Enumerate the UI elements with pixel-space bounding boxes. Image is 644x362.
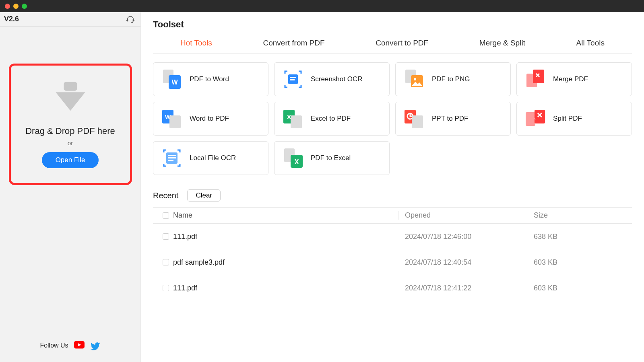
tool-label: Local File OCR bbox=[190, 154, 236, 162]
tool-excel-to-pdf[interactable]: X Excel to PDF bbox=[274, 102, 390, 136]
main-panel: Toolset Hot Tools Convert from PDF Conve… bbox=[141, 12, 644, 362]
row-opened: 2024/07/18 12:46:00 bbox=[398, 232, 527, 241]
recent-row[interactable]: 111.pdf 2024/07/18 12:41:22 603 KB bbox=[153, 275, 632, 301]
svg-rect-25 bbox=[535, 110, 545, 123]
traffic-lights bbox=[5, 4, 27, 9]
window-zoom-icon[interactable] bbox=[22, 4, 27, 9]
row-opened: 2024/07/18 12:41:22 bbox=[398, 284, 527, 292]
toolset-tabs: Hot Tools Convert from PDF Convert to PD… bbox=[153, 35, 632, 53]
row-checkbox[interactable] bbox=[163, 259, 169, 265]
recent-title: Recent bbox=[153, 191, 178, 200]
tool-label: Screenshot OCR bbox=[311, 75, 363, 83]
svg-rect-20 bbox=[291, 115, 302, 128]
follow-us: Follow Us bbox=[40, 341, 100, 350]
tool-screenshot-ocr[interactable]: Screenshot OCR bbox=[274, 62, 390, 96]
row-checkbox[interactable] bbox=[163, 233, 169, 240]
select-all-checkbox[interactable] bbox=[163, 212, 169, 219]
row-opened: 2024/07/18 12:40:54 bbox=[398, 258, 527, 267]
recent-table: Name Opened Size 111.pdf 2024/07/18 12:4… bbox=[153, 207, 632, 301]
svg-rect-17 bbox=[169, 115, 181, 128]
tool-label: PDF to Word bbox=[190, 75, 229, 83]
page-title: Toolset bbox=[153, 19, 632, 30]
ppt-pdf-icon bbox=[403, 107, 425, 130]
tool-label: PDF to Excel bbox=[311, 154, 351, 162]
tool-label: Split PDF bbox=[553, 115, 582, 123]
clear-recent-button[interactable]: Clear bbox=[187, 189, 221, 202]
split-pdf-icon bbox=[524, 107, 547, 130]
row-size: 603 KB bbox=[527, 258, 632, 267]
follow-us-label: Follow Us bbox=[40, 342, 68, 349]
tool-pdf-to-excel[interactable]: X PDF to Excel bbox=[274, 141, 390, 175]
tool-label: PPT to PDF bbox=[432, 115, 468, 123]
svg-point-12 bbox=[414, 78, 416, 80]
tab-merge-split[interactable]: Merge & Split bbox=[476, 35, 528, 53]
sidebar: V2.6 Drag & Drop PDF here bbox=[0, 12, 141, 362]
svg-rect-28 bbox=[168, 157, 176, 158]
svg-rect-23 bbox=[412, 115, 423, 128]
window-titlebar bbox=[0, 0, 644, 12]
tool-word-to-pdf[interactable]: W Word to PDF bbox=[153, 102, 268, 136]
tool-grid: W PDF to Word Screenshot OCR bbox=[153, 62, 632, 175]
excel-pdf-icon: X bbox=[282, 107, 304, 130]
svg-text:W: W bbox=[171, 79, 178, 86]
tool-pdf-to-word[interactable]: W PDF to Word bbox=[153, 62, 268, 96]
row-name: 111.pdf bbox=[173, 284, 398, 292]
col-size: Size bbox=[527, 211, 632, 220]
support-headset-icon[interactable] bbox=[126, 15, 135, 24]
tool-label: Word to PDF bbox=[190, 115, 229, 123]
recent-table-header: Name Opened Size bbox=[153, 208, 632, 224]
svg-rect-27 bbox=[168, 155, 176, 156]
row-size: 603 KB bbox=[527, 284, 632, 292]
screenshot-ocr-icon bbox=[282, 68, 304, 90]
window-minimize-icon[interactable] bbox=[13, 4, 19, 9]
tool-ppt-to-pdf[interactable]: PPT to PDF bbox=[395, 102, 511, 136]
svg-rect-29 bbox=[168, 160, 173, 161]
svg-text:X: X bbox=[295, 158, 299, 165]
row-checkbox[interactable] bbox=[163, 285, 169, 291]
word-pdf-icon: W bbox=[161, 107, 183, 130]
tool-split-pdf[interactable]: Split PDF bbox=[516, 102, 632, 136]
tab-convert-from-pdf[interactable]: Convert from PDF bbox=[260, 35, 328, 53]
pdf-png-icon bbox=[403, 68, 425, 90]
youtube-icon[interactable] bbox=[74, 341, 85, 350]
twitter-icon[interactable] bbox=[90, 341, 101, 350]
open-file-button[interactable]: Open File bbox=[42, 152, 99, 168]
tab-all-tools[interactable]: All Tools bbox=[573, 35, 608, 53]
svg-marker-1 bbox=[56, 92, 85, 111]
svg-text:X: X bbox=[287, 113, 291, 120]
version-label: V2.6 bbox=[4, 15, 19, 23]
pdf-word-icon: W bbox=[161, 68, 183, 90]
recent-header: Recent Clear bbox=[153, 189, 632, 202]
tool-label: PDF to PNG bbox=[432, 75, 470, 83]
download-arrow-icon bbox=[48, 80, 93, 115]
local-ocr-icon bbox=[161, 147, 183, 169]
row-name: 111.pdf bbox=[173, 232, 398, 241]
svg-rect-8 bbox=[290, 77, 296, 78]
tool-merge-pdf[interactable]: Merge PDF bbox=[516, 62, 632, 96]
tool-label: Excel to PDF bbox=[311, 115, 351, 123]
svg-rect-0 bbox=[64, 82, 77, 91]
col-name: Name bbox=[173, 211, 398, 220]
pdf-excel-icon: X bbox=[282, 147, 304, 169]
recent-row[interactable]: 111.pdf 2024/07/18 12:46:00 638 KB bbox=[153, 224, 632, 249]
tool-local-file-ocr[interactable]: Local File OCR bbox=[153, 141, 268, 175]
row-size: 638 KB bbox=[527, 232, 632, 241]
row-name: pdf sample3.pdf bbox=[173, 258, 398, 267]
dropzone-title: Drag & Drop PDF here bbox=[25, 126, 115, 136]
col-opened: Opened bbox=[398, 211, 527, 220]
sidebar-top: V2.6 bbox=[0, 12, 140, 27]
tool-pdf-to-png[interactable]: PDF to PNG bbox=[395, 62, 511, 96]
recent-row[interactable]: pdf sample3.pdf 2024/07/18 12:40:54 603 … bbox=[153, 249, 632, 275]
tab-hot-tools[interactable]: Hot Tools bbox=[177, 35, 215, 53]
tab-convert-to-pdf[interactable]: Convert to PDF bbox=[372, 35, 431, 53]
svg-rect-9 bbox=[290, 79, 295, 80]
merge-pdf-icon bbox=[524, 68, 547, 90]
dropzone-or: or bbox=[68, 140, 73, 146]
tool-label: Merge PDF bbox=[553, 75, 588, 83]
window-close-icon[interactable] bbox=[5, 4, 10, 9]
dropzone-highlight[interactable]: Drag & Drop PDF here or Open File bbox=[9, 64, 132, 185]
